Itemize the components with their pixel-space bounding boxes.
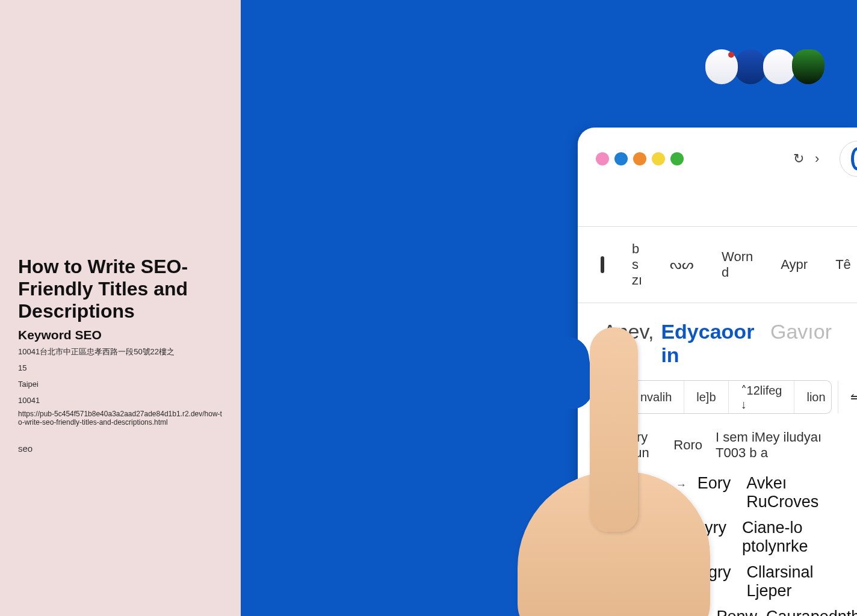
tab-3[interactable]: Aypr [781, 257, 808, 273]
tabs-row: b s zı ᔓᔕ Worn d Aypr Tê Tigeıv nloirs x… [578, 226, 857, 303]
tab-4[interactable]: Tê [835, 257, 851, 273]
subhead-c: I sem iMey iludyaı T003 b a [716, 430, 832, 461]
row-term: Ponw_Caurapednth [717, 608, 857, 616]
canonical-url: https://pub-5c454f571b8e40a3a2aad27ade84… [18, 410, 223, 427]
logo-cluster [709, 49, 825, 84]
dot-green [670, 152, 684, 165]
logo-glyph-2 [734, 49, 767, 84]
sort-icon[interactable]: ⇅ [603, 437, 614, 453]
filter-4[interactable]: lion [794, 381, 838, 413]
breadcrumb-c: Gavıor [770, 320, 832, 343]
row-volume: 80 00K [603, 608, 633, 616]
filter-toolbar: nvalih le]b ˄12lifeg ↓ lion ⇋ TR Excieto… [603, 380, 832, 414]
browser-window: ↻ › Wnind Spolech Ovsamoning ?mats Qitl … [578, 128, 857, 616]
title-bar: ↻ › Wnind Spolech Ovsamoning ?mats Qitl [578, 128, 857, 190]
arrow-icon: → [676, 568, 682, 581]
row-term: Avkeı RuCroves [746, 474, 832, 511]
row-tag: Egry [698, 563, 731, 582]
subhead-b: Roro [673, 437, 702, 453]
right-pane: ↻ › Wnind Spolech Ovsamoning ?mats Qitl … [241, 0, 857, 616]
page-title: How to Write SEO-Friendly Titles and Des… [18, 256, 223, 322]
table-row[interactable]: 13 00K→ByryCiane-lo ptolynrke [603, 515, 832, 559]
logo-glyph-3 [763, 49, 796, 84]
table-subhead: ⇅ Hry oun Roro I sem iMey iludyaı T003 b… [603, 430, 832, 461]
left-pane: How to Write SEO-Friendly Titles and Des… [0, 0, 241, 616]
logo-glyph-4 [792, 49, 825, 84]
arrow-icon: → [672, 523, 678, 536]
row-term: Cllarsinal Ljeper [747, 563, 832, 600]
address-postal: 10041 [18, 395, 223, 407]
grid-icon[interactable] [601, 256, 604, 273]
breadcrumb: Anev, Edycaoor in Gavıor [603, 320, 832, 367]
row-tag: Byry [694, 519, 726, 537]
filter-icon-cell[interactable] [604, 381, 628, 413]
forward-icon[interactable]: › [815, 151, 819, 167]
content-area: Anev, Edycaoor in Gavıor nvalih le]b ˄12… [578, 303, 857, 616]
table-row[interactable]: 80 00K→BylyPonw_Caurapednth [603, 604, 832, 616]
dot-orange [633, 152, 646, 165]
row-volume: 13 00K [603, 519, 657, 537]
filter-3[interactable]: ˄12lifeg ↓ [729, 381, 795, 413]
row-tag: Byly [670, 608, 701, 616]
dot-blue [614, 152, 628, 165]
page-subtitle: Keyword SEO [18, 328, 223, 342]
row-volume: 81 00K [603, 563, 660, 582]
window-dots [596, 152, 684, 165]
table-row[interactable]: 81 00K→EgryCllarsinal Ljeper [603, 559, 832, 604]
logo-glyph-1 [705, 49, 738, 84]
reload-icon[interactable]: ↻ [793, 151, 804, 167]
filter-toggle-icon[interactable]: ⇋ [838, 381, 857, 413]
breadcrumb-b[interactable]: Edycaoor in [661, 320, 763, 367]
address-line-1: 10041台北市中正區忠孝西路一段50號22樓之 [18, 346, 223, 359]
site-icon [851, 147, 857, 170]
dot-yellow [652, 152, 665, 165]
tab-1[interactable]: b s zı [632, 241, 642, 288]
tag-seo: seo [18, 443, 223, 454]
row-term: Ciane-lo ptolynrke [742, 519, 832, 556]
keyword-table: 68 00K→EoryAvkeı RuCroves13 00K→ByryCian… [603, 470, 832, 616]
arrow-icon: → [649, 612, 655, 616]
address-line-2: 15 [18, 362, 223, 375]
address-city: Taipei [18, 378, 223, 391]
dot-pink [596, 152, 609, 165]
breadcrumb-a: Anev, [603, 320, 654, 343]
tab-icon-squiggle: ᔓᔕ [670, 257, 694, 273]
subhead-a: Hry oun [627, 430, 660, 461]
address-bar[interactable]: Wnind Spolech Ovsamoning ?mats Qitl [840, 141, 857, 177]
table-row[interactable]: 68 00K→EoryAvkeı RuCroves [603, 470, 832, 515]
filter-1[interactable]: nvalih [628, 381, 684, 413]
arrow-icon: → [676, 479, 682, 491]
row-tag: Eory [698, 474, 731, 493]
row-volume: 68 00K [603, 474, 660, 493]
filter-2[interactable]: le]b [684, 381, 728, 413]
tab-2[interactable]: Worn d [722, 249, 753, 280]
